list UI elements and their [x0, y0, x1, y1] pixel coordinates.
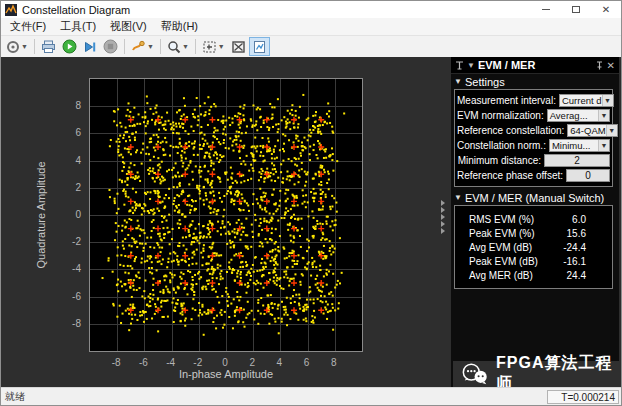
collapse-chevron-icon[interactable]: ▼: [467, 61, 475, 70]
measurements-section-header[interactable]: ▼ EVM / MER (Manual Switch): [451, 190, 619, 205]
constellation-norm-dropdown[interactable]: Minimu...▼: [549, 139, 610, 152]
step-forward-icon: [83, 40, 97, 54]
dock-icon[interactable]: [455, 61, 464, 70]
wechat-icon: [461, 362, 489, 386]
metric-row: Avg EVM (dB) -24.4: [457, 240, 610, 254]
status-ready-text: 就绪: [1, 390, 25, 404]
triangle-down-icon: ▼: [454, 193, 462, 202]
chevron-down-icon: ▼: [182, 43, 189, 50]
minimize-button[interactable]: [531, 1, 561, 18]
constellation-axes: [89, 78, 363, 352]
setting-row: EVM normalization: Averag...▼: [457, 108, 610, 123]
magnifier-icon: [167, 40, 181, 54]
measurement-interval-dropdown[interactable]: Current d▼: [559, 94, 614, 107]
x-tick-label: 0: [222, 357, 228, 368]
x-tick-label: 2: [249, 357, 255, 368]
close-button[interactable]: ✕: [591, 1, 621, 18]
simulation-time: T=0.000214: [547, 390, 619, 404]
constellation-scatter-plot: [90, 79, 362, 351]
setting-row: Reference constellation: 64-QAM▼: [457, 123, 610, 138]
span-button[interactable]: [228, 37, 249, 56]
avg-mer-db-value: 24.4: [567, 270, 610, 281]
x-tick-label: -8: [112, 357, 121, 368]
settings-section-header[interactable]: ▼ Settings: [451, 74, 619, 89]
rms-evm-value: 6.0: [572, 214, 610, 225]
metric-row: RMS EVM (%) 6.0: [457, 212, 610, 226]
status-bar: 就绪 T=0.000214: [1, 387, 621, 406]
y-tick-label: -6: [51, 290, 81, 301]
maximize-button[interactable]: [561, 1, 591, 18]
settings-groupbox: Measurement interval: Current d▼ EVM nor…: [454, 89, 613, 187]
avg-evm-db-value: -24.4: [563, 242, 610, 253]
reference-constellation-dropdown[interactable]: 64-QAM▼: [567, 124, 617, 137]
measurements-panel-button[interactable]: [249, 37, 270, 56]
run-button[interactable]: [59, 37, 80, 56]
x-tick-label: -2: [193, 357, 202, 368]
menu-tools[interactable]: 工具(T): [53, 17, 103, 36]
chevron-down-icon: ▼: [598, 110, 609, 121]
fit-to-view-button[interactable]: ▼: [199, 37, 228, 56]
panel-close-icon[interactable]: ✕: [607, 60, 615, 71]
evm-mer-panel: ▼ EVM / MER ✕ ▼ Settings Measurement int…: [451, 57, 619, 387]
minimum-distance-field[interactable]: 2: [544, 154, 610, 167]
span-icon: [231, 40, 246, 54]
x-tick-label: -6: [139, 357, 148, 368]
y-tick-label: -4: [51, 263, 81, 274]
setting-row: Reference phase offset: 0: [457, 168, 610, 183]
y-axis-label: Quadrature Amplitude: [35, 161, 47, 268]
fit-to-view-icon: [202, 40, 217, 54]
gear-icon: [6, 40, 20, 54]
x-tick-label: -4: [166, 357, 175, 368]
chevron-down-icon: ▼: [218, 43, 225, 50]
configuration-button[interactable]: ▼: [3, 37, 31, 56]
menu-bar: 文件(F) 工具(T) 视图(V) 帮助(H): [1, 18, 621, 36]
metric-row: Peak EVM (%) 15.6: [457, 226, 610, 240]
x-axis-label: In-phase Amplitude: [126, 368, 326, 380]
setting-row: Measurement interval: Current d▼: [457, 93, 610, 108]
chevron-down-icon: ▼: [606, 125, 617, 136]
setting-row: Constellation norm.: Minimu...▼: [457, 138, 610, 153]
metric-row: Avg MER (dB) 24.4: [457, 268, 610, 282]
chevron-down-icon: ▼: [147, 43, 154, 50]
menu-view[interactable]: 视图(V): [103, 17, 154, 36]
y-tick-label: 8: [51, 100, 81, 111]
x-tick-label: 8: [331, 357, 337, 368]
window-title: Constellation Diagram: [22, 4, 130, 16]
step-forward-button[interactable]: [80, 37, 100, 56]
title-bar: Constellation Diagram ✕: [1, 1, 621, 18]
constellation-diagram-window: Constellation Diagram ✕ 文件(F) 工具(T) 视图(V…: [0, 0, 622, 406]
panel-splitter-handle[interactable]: [441, 200, 445, 234]
measurements-groupbox: RMS EVM (%) 6.0 Peak EVM (%) 15.6 Avg EV…: [454, 205, 613, 289]
measurements-panel-icon: [252, 40, 267, 54]
peak-evm-db-value: -16.1: [563, 256, 610, 267]
chevron-down-icon: ▼: [602, 95, 613, 106]
printer-icon: [41, 40, 56, 54]
x-tick-label: 6: [304, 357, 310, 368]
pin-icon[interactable]: [595, 61, 604, 70]
panel-title: EVM / MER: [478, 59, 595, 71]
toolbar: ▼: [1, 36, 621, 57]
watermark: FPGA算法工程师: [453, 361, 621, 387]
run-icon: [62, 39, 77, 54]
menu-file[interactable]: 文件(F): [3, 17, 53, 36]
style-button[interactable]: ▼: [128, 37, 157, 56]
app-icon: [5, 4, 17, 16]
peak-evm-pct-value: 15.6: [567, 228, 610, 239]
y-tick-label: -2: [51, 236, 81, 247]
chevron-down-icon: ▼: [598, 140, 609, 151]
y-tick-label: 4: [51, 154, 81, 165]
print-button[interactable]: [38, 37, 59, 56]
evm-normalization-dropdown[interactable]: Averag...▼: [547, 109, 610, 122]
x-tick-label: 4: [277, 357, 283, 368]
watermark-text: FPGA算法工程师: [496, 353, 621, 387]
reference-phase-offset-field[interactable]: 0: [566, 169, 610, 182]
y-tick-label: 0: [51, 209, 81, 220]
y-tick-label: 6: [51, 127, 81, 138]
triangle-down-icon: ▼: [454, 77, 462, 86]
zoom-button[interactable]: ▼: [164, 37, 192, 56]
y-tick-label: 2: [51, 181, 81, 192]
stop-button[interactable]: [100, 37, 121, 56]
metric-row: Peak EVM (dB) -16.1: [457, 254, 610, 268]
y-tick-label: -8: [51, 317, 81, 328]
menu-help[interactable]: 帮助(H): [154, 17, 205, 36]
